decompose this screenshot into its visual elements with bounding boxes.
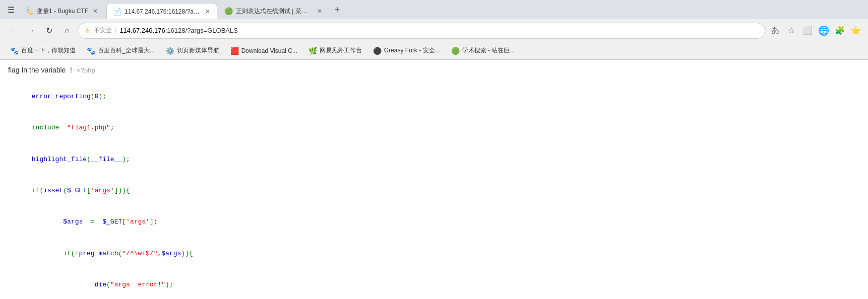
paren-open-1: ( <box>91 93 95 100</box>
bookmark-baidu[interactable]: 🐾 百度一下，你就知道 <box>5 44 81 57</box>
bracket-close-if: ])){ <box>114 187 130 194</box>
bracket-open: [ <box>87 187 91 194</box>
flag1-string: "flag1.php" <box>67 124 110 131</box>
bookmark-greasyfork-icon: ⚫ <box>373 47 382 55</box>
tab-2[interactable]: 📄 114.67.246.176:16128/?args=GL... ✕ <box>106 3 217 19</box>
address-bar: ← → ↻ ⌂ ⚠ 不安全 | 114.67.246.176:16128/?ar… <box>0 19 868 42</box>
bookmark-greasyfork[interactable]: ⚫ Greasy Fork - 安全... <box>368 44 445 57</box>
bookmark-greasyfork-label: Greasy Fork - 安全... <box>384 46 440 55</box>
tab-1[interactable]: 🏷️ 变量1 - Bugku CTF ✕ <box>19 3 105 19</box>
args-key: 'args' <box>91 187 114 194</box>
tab-3[interactable]: 🟢 正则表达式在线测试 | 菜鸟工具 ✕ <box>218 3 329 19</box>
bracket-5c: ]; <box>150 218 158 226</box>
semi-1: ; <box>102 93 106 100</box>
error-string: "args error!" <box>110 281 165 288</box>
url-separator: | <box>115 27 116 34</box>
bookmark-download-icon: 🟥 <box>230 47 239 55</box>
bracket-5: [ <box>122 218 126 226</box>
bookmark-academic[interactable]: 🟢 学术搜索 - 站在巨... <box>446 44 520 57</box>
args-key-2: 'args' <box>126 218 150 226</box>
semi-2: ; <box>110 124 114 131</box>
var-args: $args <box>63 218 83 226</box>
var-get-2: $_GET <box>102 218 122 226</box>
bookmark-academic-label: 学术搜索 - 站在巨... <box>462 46 515 55</box>
func-error: error_reporting <box>32 93 91 100</box>
var-args-2: $args <box>161 250 181 257</box>
tab-2-title: 114.67.246.176:16128/?args=GL... <box>125 8 201 15</box>
back-button[interactable]: ← <box>5 23 20 38</box>
bookmark-download-label: Download Visual C... <box>241 47 297 54</box>
spaces <box>59 124 67 131</box>
extensions-icon[interactable]: 🧩 <box>833 24 847 38</box>
home-button[interactable]: ⌂ <box>59 23 75 38</box>
eq-5: = <box>83 218 102 226</box>
regex-string: "/^\w+$/" <box>122 250 157 257</box>
indent-5 <box>32 218 63 226</box>
include-kw: include <box>32 124 59 131</box>
tab-bar: ☰ 🏷️ 变量1 - Bugku CTF ✕ 📄 114.67.246.176:… <box>0 0 868 19</box>
paren-hl-c: ) <box>122 156 126 163</box>
tab-1-close[interactable]: ✕ <box>91 7 99 15</box>
func-die: die <box>95 281 106 288</box>
favorites-star-icon[interactable]: ⭐ <box>849 24 863 38</box>
code-line-3: highlight_file(__file__); <box>8 144 860 175</box>
code-line-1: error_reporting(0); <box>8 81 860 112</box>
bookmark-baike[interactable]: 🐾 百度百科_全球最大... <box>82 44 160 57</box>
code-block: error_reporting(0); include "flag1.php";… <box>8 81 860 299</box>
collections-icon[interactable]: ⬜ <box>800 24 815 38</box>
paren-die-c: ); <box>165 281 173 288</box>
toolbar-icons: あ ☆ ⬜ 🌐 🧩 ⭐ <box>768 24 863 38</box>
url-bar[interactable]: ⚠ 不安全 | 114.67.246.176:16128/?args=GLOBA… <box>78 23 765 39</box>
code-line-6: if(!preg_match("/^\w+$/",$args)){ <box>8 238 860 269</box>
paren-preg-c: )){ <box>181 250 193 257</box>
bookmark-baike-label: 百度百科_全球最大... <box>98 46 155 55</box>
security-label: 不安全 <box>94 26 112 35</box>
sidebar-toggle[interactable]: ☰ <box>4 3 18 17</box>
tab-3-icon: 🟢 <box>224 7 233 15</box>
paren-die: ( <box>106 281 110 288</box>
tab-2-close[interactable]: ✕ <box>204 8 211 16</box>
tab-3-title: 正则表达式在线测试 | 菜鸟工具 <box>236 7 313 16</box>
var-get: $_GET <box>67 187 87 194</box>
tab-2-icon: 📄 <box>113 8 121 16</box>
bookmark-qieyenav[interactable]: ⚙️ 切页新媒体导航 <box>161 44 224 57</box>
bookmark-baidu-label: 百度一下，你就知道 <box>21 46 76 55</box>
bookmark-qieyenav-label: 切页新媒体导航 <box>177 46 219 55</box>
tab-1-title: 变量1 - Bugku CTF <box>37 7 88 16</box>
reload-button[interactable]: ↻ <box>41 23 56 38</box>
bookmark-academic-icon: 🟢 <box>451 47 460 55</box>
favorites-icon[interactable]: ☆ <box>784 24 798 38</box>
url-text: 114.67.246.176:16128/?args=GLOBALS <box>119 27 759 34</box>
indent-6 <box>32 250 63 257</box>
bookmark-qieyenav-icon: ⚙️ <box>166 47 174 55</box>
edge-icon[interactable]: 🌐 <box>817 24 831 38</box>
tab-1-icon: 🏷️ <box>25 7 34 15</box>
file-const: __file__ <box>91 156 122 163</box>
paren-hl: ( <box>87 156 91 163</box>
bookmark-wangyi[interactable]: 🌿 网易见外工作台 <box>303 44 367 57</box>
url-domain: 114.67.246.176: <box>119 27 167 34</box>
flag-title-text: flag In the variable ！ <box>8 66 75 74</box>
forward-button[interactable]: → <box>23 23 38 38</box>
page-content: flag In the variable ！ <?php error_repor… <box>0 60 868 299</box>
code-line-7: die("args error!"); <box>8 269 860 299</box>
bookmark-baidu-icon: 🐾 <box>10 47 19 55</box>
if-kw: if( <box>32 187 43 194</box>
paren-isset: ( <box>63 187 67 194</box>
code-line-2: include "flag1.php"; <box>8 112 860 143</box>
bookmark-wangyi-icon: 🌿 <box>308 47 317 55</box>
code-line-5: $args = $_GET['args']; <box>8 207 860 238</box>
bookmark-download-visual[interactable]: 🟥 Download Visual C... <box>225 45 302 57</box>
indent-7 <box>32 281 95 288</box>
func-isset: isset <box>43 187 63 194</box>
bookmark-wangyi-label: 网易见外工作台 <box>320 46 362 55</box>
new-tab-button[interactable]: + <box>330 3 344 17</box>
security-warning-icon: ⚠ <box>84 27 91 35</box>
tab-3-close[interactable]: ✕ <box>316 7 323 15</box>
page-title: flag In the variable ！ <?php <box>8 66 860 75</box>
func-highlight: highlight_file <box>32 156 87 163</box>
read-aloud-icon[interactable]: あ <box>768 24 782 38</box>
url-path: 16128/?args=GLOBALS <box>167 27 238 34</box>
bookmark-baike-icon: 🐾 <box>87 47 95 55</box>
bookmarks-bar: 🐾 百度一下，你就知道 🐾 百度百科_全球最大... ⚙️ 切页新媒体导航 🟥 … <box>0 42 868 59</box>
